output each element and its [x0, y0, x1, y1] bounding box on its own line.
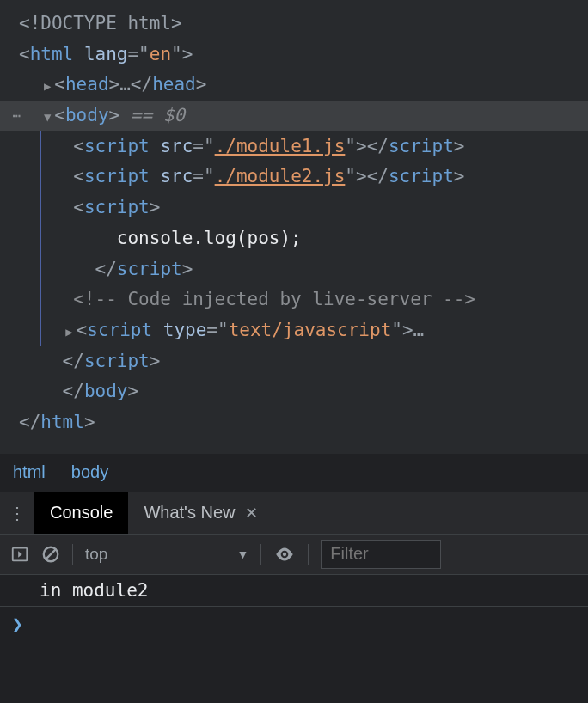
code-line[interactable]: </body>: [0, 376, 588, 407]
indent-guide: [40, 284, 41, 315]
toolbar-divider: [260, 544, 261, 565]
kebab-menu-icon[interactable]: ⋮: [0, 503, 34, 523]
clear-console-icon[interactable]: [41, 545, 60, 564]
attr-src: src: [160, 162, 193, 193]
execution-context-select[interactable]: top ▼: [85, 545, 248, 564]
expand-arrow-icon[interactable]: ▶: [63, 322, 77, 343]
tab-label: What's New: [144, 503, 235, 523]
elements-dom-tree[interactable]: <!DOCTYPE html> <html lang="en"> ▶<head>…: [0, 0, 588, 454]
code-line[interactable]: console.log(pos);: [0, 223, 588, 254]
tag-script: script: [84, 193, 150, 223]
code-line[interactable]: <script src="./module1.js"></script>: [0, 131, 588, 162]
code-line[interactable]: <script src="./module2.js"></script>: [0, 162, 588, 193]
tag-script: script: [84, 131, 150, 162]
code-line[interactable]: <!-- Code injected by live-server -->: [0, 284, 588, 315]
context-label: top: [85, 545, 107, 564]
attr-lang: lang: [84, 40, 128, 70]
code-line[interactable]: <!DOCTYPE html>: [0, 9, 588, 40]
drawer-tabstrip: ⋮ Console What's New ✕: [0, 492, 588, 534]
toolbar-divider: [72, 544, 73, 565]
selection-ref: == $0: [131, 101, 185, 131]
console-toolbar: top ▼: [0, 534, 588, 575]
inline-js: console.log(pos);: [117, 223, 302, 254]
ellipsis: …: [413, 315, 425, 346]
indent-guide: [40, 223, 41, 254]
code-line[interactable]: </script>: [0, 346, 588, 377]
svg-line-2: [46, 548, 57, 559]
code-line[interactable]: <html lang="en">: [0, 40, 588, 70]
close-icon[interactable]: ✕: [245, 504, 258, 523]
code-line-selected[interactable]: ⋯ ▼<body> == $0: [0, 101, 588, 131]
collapse-arrow-icon[interactable]: ▼: [40, 107, 54, 128]
tag-body: body: [65, 101, 109, 131]
toolbar-divider: [308, 544, 309, 565]
breadcrumb-html[interactable]: html: [0, 462, 58, 482]
html-comment: <!-- Code injected by live-server -->: [73, 284, 475, 315]
src-link[interactable]: ./module2.js: [215, 162, 346, 193]
overflow-dots-icon: ⋯: [0, 101, 19, 131]
chevron-down-icon: ▼: [236, 547, 248, 561]
toggle-sidebar-icon[interactable]: [10, 545, 29, 564]
indent-guide: [40, 254, 41, 285]
tab-whats-new[interactable]: What's New ✕: [128, 492, 273, 534]
expand-arrow-icon[interactable]: ▶: [40, 76, 54, 97]
attr-type: type: [163, 315, 207, 346]
attr-value: en: [150, 40, 171, 70]
tab-console[interactable]: Console: [34, 492, 128, 534]
code-line[interactable]: ▶<head>…</head>: [0, 70, 588, 101]
tag-script: script: [87, 315, 152, 346]
attr-value: text/javascript: [229, 315, 392, 346]
console-output[interactable]: in module2 ❯: [0, 575, 588, 703]
indent-guide: [40, 193, 41, 223]
tab-label: Console: [50, 503, 113, 523]
breadcrumb-body[interactable]: body: [58, 462, 121, 482]
filter-input[interactable]: [321, 540, 441, 569]
doctype: <!DOCTYPE html>: [19, 9, 182, 40]
code-line[interactable]: </script>: [0, 254, 588, 285]
indent-guide: [40, 162, 41, 193]
tag-script: script: [84, 162, 150, 193]
indent-guide: [40, 315, 41, 346]
indent-guide: [40, 131, 41, 162]
src-link[interactable]: ./module1.js: [215, 131, 346, 162]
tag-head: head: [65, 70, 109, 101]
console-prompt[interactable]: ❯: [0, 607, 588, 641]
attr-src: src: [160, 131, 193, 162]
tag-html: html: [30, 40, 74, 70]
code-line[interactable]: </html>: [0, 407, 588, 438]
tag-body-close: body: [84, 376, 128, 407]
tag-html-close: html: [40, 407, 84, 438]
code-line[interactable]: <script>: [0, 193, 588, 223]
ellipsis: …: [119, 70, 131, 101]
console-message[interactable]: in module2: [0, 575, 588, 607]
breadcrumb-bar: html body: [0, 454, 588, 492]
live-expression-icon[interactable]: [273, 543, 296, 565]
code-line[interactable]: ▶<script type="text/javascript">…: [0, 315, 588, 346]
